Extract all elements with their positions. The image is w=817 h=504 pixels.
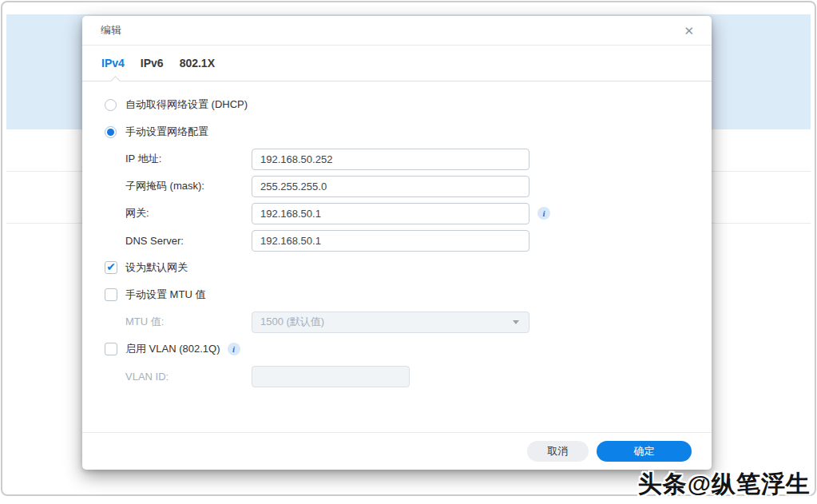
field-row-dns: DNS Server: <box>82 227 712 254</box>
enable-vlan-checkbox[interactable] <box>105 343 117 355</box>
mtu-value-label: MTU 值: <box>125 315 252 329</box>
checkbox-row-default-gateway: ✔ 设为默认网关 <box>82 254 712 281</box>
gateway-input[interactable] <box>252 203 529 224</box>
radio-dhcp[interactable] <box>105 99 117 111</box>
tab-ipv6[interactable]: IPv6 <box>141 57 164 69</box>
default-gateway-checkbox[interactable]: ✔ <box>105 261 117 274</box>
close-icon[interactable]: ✕ <box>684 25 694 37</box>
ok-button[interactable]: 确定 <box>597 441 692 462</box>
dns-server-input[interactable] <box>252 230 529 252</box>
field-row-vlan-id: VLAN ID: <box>82 363 712 390</box>
mtu-selected-option: 1500 (默认值) <box>260 315 324 329</box>
enable-vlan-label[interactable]: 启用 VLAN (802.1Q) <box>125 342 220 356</box>
dialog-footer: 取消 确定 <box>82 432 712 470</box>
dialog-body: 自动取得网络设置 (DHCP) 手动设置网络配置 IP 地址: 子网掩码 (ma… <box>82 81 712 390</box>
subnet-mask-input[interactable] <box>252 176 529 197</box>
dns-server-label: DNS Server: <box>125 235 252 247</box>
ip-address-label: IP 地址: <box>125 152 252 166</box>
dropdown-arrow-icon <box>513 320 519 324</box>
gateway-label: 网关: <box>125 206 252 220</box>
tab-bar: IPv4 IPv6 802.1X <box>82 46 712 81</box>
vlan-id-input <box>252 366 410 387</box>
radio-row-dhcp: 自动取得网络设置 (DHCP) <box>82 91 712 118</box>
radio-dhcp-label[interactable]: 自动取得网络设置 (DHCP) <box>125 97 248 112</box>
cancel-button[interactable]: 取消 <box>527 441 589 462</box>
field-row-gateway: 网关: i <box>82 200 712 227</box>
field-row-mask: 子网掩码 (mask): <box>82 173 712 200</box>
radio-row-manual: 手动设置网络配置 <box>82 118 712 145</box>
default-gateway-label[interactable]: 设为默认网关 <box>125 260 188 275</box>
tab-8021x[interactable]: 802.1X <box>180 57 215 69</box>
field-row-mtu: MTU 值: 1500 (默认值) <box>82 308 712 335</box>
subnet-mask-label: 子网掩码 (mask): <box>125 179 252 193</box>
radio-manual-label[interactable]: 手动设置网络配置 <box>125 125 208 139</box>
radio-manual[interactable] <box>105 126 117 138</box>
checkmark-icon: ✔ <box>106 261 116 272</box>
gateway-info-icon[interactable]: i <box>537 207 550 220</box>
manual-mtu-label[interactable]: 手动设置 MTU 值 <box>125 288 205 302</box>
vlan-id-label: VLAN ID: <box>125 371 252 383</box>
vlan-info-icon[interactable]: i <box>228 343 240 355</box>
manual-mtu-checkbox[interactable] <box>105 288 117 301</box>
ip-address-input[interactable] <box>252 149 529 170</box>
mtu-value-select: 1500 (默认值) <box>252 312 529 333</box>
dialog-title: 编辑 <box>101 23 121 38</box>
edit-network-dialog: 编辑 ✕ IPv4 IPv6 802.1X 自动取得网络设置 (DHCP) 手动… <box>82 16 712 470</box>
watermark-text: 头条@纵笔浮生 <box>638 468 811 501</box>
checkbox-row-enable-vlan: 启用 VLAN (802.1Q) i <box>82 335 712 363</box>
dialog-titlebar: 编辑 ✕ <box>82 16 712 46</box>
checkbox-row-manual-mtu: 手动设置 MTU 值 <box>82 281 712 308</box>
tab-ipv4[interactable]: IPv4 <box>101 57 125 69</box>
field-row-ip: IP 地址: <box>82 145 712 173</box>
